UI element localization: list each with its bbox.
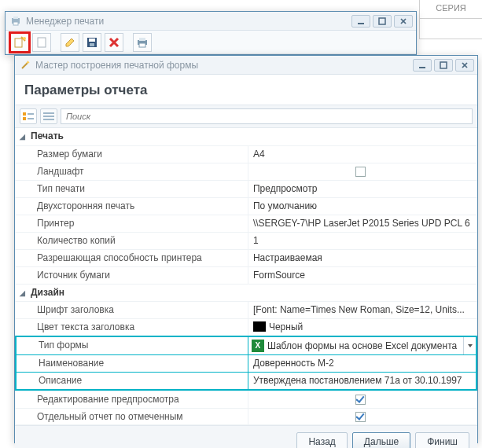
- svg-rect-18: [419, 67, 425, 68]
- row-printer[interactable]: Принтер \\SERGEY-7\HP LaserJet P2015 Ser…: [15, 215, 477, 232]
- prop-value[interactable]: \\SERGEY-7\HP LaserJet P2015 Series UPD …: [248, 215, 477, 232]
- prop-label: Наименование: [17, 355, 248, 372]
- svg-rect-4: [379, 18, 385, 24]
- save-button[interactable]: [83, 33, 101, 52]
- row-title-color[interactable]: Цвет текста заголовка Черный: [15, 318, 477, 336]
- prop-value[interactable]: [248, 409, 477, 424]
- svg-rect-25: [28, 118, 34, 119]
- prop-value[interactable]: Доверенность М-2: [248, 355, 476, 372]
- prop-label: Размер бумаги: [15, 146, 248, 163]
- svg-rect-11: [89, 39, 95, 42]
- group-print[interactable]: ◢Печать: [15, 128, 477, 145]
- print-button[interactable]: [133, 33, 152, 52]
- background-table-fragment: СЕРИЯ: [419, 0, 482, 39]
- wizard-toolbar: [15, 105, 477, 128]
- svg-rect-19: [440, 62, 447, 68]
- maximize-button[interactable]: [373, 15, 392, 28]
- row-title-font[interactable]: Шрифт заголовка [Font: Name=Times New Ro…: [15, 301, 477, 318]
- svg-rect-1: [13, 17, 18, 19]
- print-manager-window: Менеджер печати: [5, 11, 417, 55]
- group-label: Печать: [31, 130, 64, 141]
- print-manager-title: Менеджер печати: [26, 16, 351, 27]
- printer-icon: [10, 16, 21, 27]
- row-duplex[interactable]: Двухсторонняя печать По умолчанию: [15, 197, 477, 215]
- prop-value[interactable]: По умолчанию: [248, 198, 477, 215]
- prop-value[interactable]: 1: [248, 233, 477, 249]
- prop-label: Описание: [17, 373, 248, 389]
- prop-label: Тип формы: [17, 337, 248, 354]
- prop-value[interactable]: Настраиваемая: [248, 250, 477, 266]
- dropdown-text: Шаблон формы на основе Excel документа: [267, 340, 463, 351]
- prop-value[interactable]: X Шаблон формы на основе Excel документа: [248, 337, 476, 354]
- new-form-button[interactable]: [10, 33, 29, 52]
- prop-label: Разрешающая способность принтера: [15, 250, 248, 266]
- prop-value[interactable]: A4: [248, 146, 477, 163]
- row-name[interactable]: Наименование Доверенность М-2: [17, 354, 476, 372]
- row-description[interactable]: Описание Утверждена постановлением 71а о…: [17, 372, 476, 389]
- prop-label: Источник бумаги: [15, 267, 248, 284]
- prop-value[interactable]: Предпросмотр: [248, 181, 477, 197]
- checkbox[interactable]: [355, 395, 366, 405]
- prop-label: Тип печати: [15, 181, 248, 197]
- row-paper-source[interactable]: Источник бумаги FormSource: [15, 266, 477, 284]
- prop-value[interactable]: Утверждена постановлением 71а от 30.10.1…: [248, 373, 476, 389]
- row-edit-preview[interactable]: Редактирование предпросмотра: [15, 391, 477, 408]
- excel-icon: X: [252, 340, 264, 352]
- color-name: Черный: [269, 321, 303, 332]
- prop-label: Двухсторонняя печать: [15, 198, 248, 215]
- collapse-icon: ◢: [20, 289, 28, 297]
- checkbox[interactable]: [355, 167, 366, 177]
- close-button[interactable]: [455, 59, 474, 72]
- row-sep-report[interactable]: Отдельный отчет по отмеченным: [15, 408, 477, 425]
- bg-column-header: СЕРИЯ: [420, 0, 482, 19]
- svg-rect-9: [38, 38, 46, 47]
- checkbox[interactable]: [355, 412, 366, 422]
- row-form-type[interactable]: Тип формы X Шаблон формы на основе Excel…: [17, 337, 476, 354]
- highlighted-region: Тип формы X Шаблон формы на основе Excel…: [15, 336, 477, 391]
- back-button[interactable]: Назад: [296, 432, 347, 448]
- prop-value[interactable]: [248, 391, 477, 408]
- prop-value[interactable]: [248, 163, 477, 180]
- svg-rect-22: [23, 112, 26, 116]
- print-manager-titlebar: Менеджер печати: [6, 12, 416, 31]
- row-print-type[interactable]: Тип печати Предпросмотр: [15, 180, 477, 197]
- row-paper-size[interactable]: Размер бумаги A4: [15, 145, 477, 163]
- categorize-button[interactable]: [20, 108, 37, 124]
- svg-rect-17: [139, 43, 145, 47]
- svg-rect-28: [43, 119, 54, 120]
- row-landscape[interactable]: Ландшафт: [15, 163, 477, 180]
- prop-label: Редактирование предпросмотра: [15, 391, 248, 408]
- svg-rect-27: [43, 116, 54, 117]
- search-input[interactable]: [61, 108, 473, 124]
- svg-rect-26: [43, 112, 54, 114]
- svg-rect-23: [23, 117, 26, 120]
- group-label: Дизайн: [31, 287, 64, 298]
- dropdown-button[interactable]: [463, 337, 476, 354]
- prop-label: Количество копий: [15, 233, 248, 249]
- edit-button[interactable]: [61, 33, 79, 52]
- prop-label: Отдельный отчет по отмеченным: [15, 409, 248, 424]
- svg-rect-2: [13, 22, 18, 25]
- list-button[interactable]: [40, 108, 57, 124]
- prop-value[interactable]: [Font: Name=Times New Roman, Size=12, Un…: [248, 302, 477, 318]
- new-blank-button[interactable]: [32, 33, 51, 52]
- row-resolution[interactable]: Разрешающая способность принтера Настраи…: [15, 249, 477, 266]
- group-design[interactable]: ◢Дизайн: [15, 284, 477, 301]
- svg-rect-3: [358, 23, 364, 24]
- maximize-button[interactable]: [434, 59, 453, 72]
- prop-value[interactable]: Черный: [248, 319, 477, 336]
- svg-rect-7: [15, 39, 22, 47]
- prop-value[interactable]: FormSource: [248, 267, 477, 284]
- finish-button[interactable]: Финиш: [415, 432, 469, 448]
- delete-button[interactable]: [105, 33, 123, 52]
- svg-rect-16: [139, 38, 145, 41]
- wizard-titlebar: Мастер построения печатной формы: [15, 56, 477, 75]
- close-button[interactable]: [394, 15, 413, 28]
- minimize-button[interactable]: [413, 59, 432, 72]
- row-copies[interactable]: Количество копий 1: [15, 232, 477, 249]
- color-swatch: [253, 321, 266, 332]
- next-button[interactable]: Дальше: [352, 432, 410, 448]
- prop-label: Цвет текста заголовка: [15, 319, 248, 336]
- svg-rect-24: [28, 113, 34, 115]
- minimize-button[interactable]: [351, 15, 370, 28]
